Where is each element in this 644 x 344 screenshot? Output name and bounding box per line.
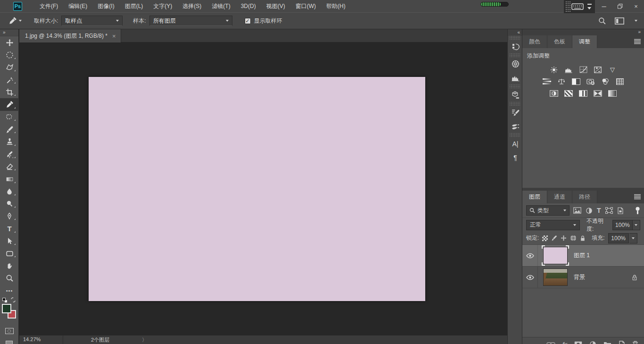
search-icon[interactable] xyxy=(598,17,606,25)
tab-layers[interactable]: 图层 xyxy=(522,191,547,203)
levels-icon[interactable] xyxy=(563,66,574,74)
layer-thumbnail-wrap[interactable] xyxy=(543,247,568,264)
swap-colors-icon[interactable] xyxy=(10,297,16,302)
healing-brush-tool[interactable] xyxy=(0,111,19,123)
lock-transparency-icon[interactable] xyxy=(542,235,548,241)
filter-type-select[interactable]: 类型 xyxy=(526,205,570,216)
add-mask-icon[interactable] xyxy=(574,341,582,344)
zoom-tool[interactable] xyxy=(0,272,19,285)
workspace-switcher-icon[interactable] xyxy=(615,17,624,25)
menu-3d[interactable]: 3D(D) xyxy=(236,0,261,12)
layer-name[interactable]: 背景 xyxy=(574,273,585,281)
selective-color-icon[interactable] xyxy=(607,89,618,97)
tab-channels[interactable]: 通道 xyxy=(547,191,572,203)
window-close-button[interactable]: × xyxy=(628,0,644,12)
workspace-caret-icon[interactable] xyxy=(635,20,637,22)
window-minimize-button[interactable]: ─ xyxy=(596,0,612,12)
ime-options[interactable] xyxy=(586,4,593,9)
clone-stamp-tool[interactable] xyxy=(0,135,19,148)
invert-icon[interactable] xyxy=(549,89,559,97)
histogram-panel-button[interactable] xyxy=(508,71,523,84)
lock-paint-icon[interactable] xyxy=(551,235,557,241)
3d-panel-button[interactable] xyxy=(508,88,523,102)
lasso-tool[interactable] xyxy=(0,61,19,74)
marquee-tool[interactable] xyxy=(0,49,19,61)
toolbar-expand-button[interactable]: » xyxy=(0,29,18,36)
color-themes-panel-button[interactable] xyxy=(508,57,523,71)
path-selection-tool[interactable] xyxy=(0,235,19,247)
blend-mode-select[interactable]: 正常 xyxy=(526,220,580,230)
menu-type[interactable]: 文字(Y) xyxy=(148,0,177,12)
blur-tool[interactable] xyxy=(0,185,19,198)
layer-name[interactable]: 图层 1 xyxy=(574,252,590,260)
vibrance-icon[interactable]: ▽ xyxy=(607,66,618,74)
dodge-tool[interactable] xyxy=(0,198,19,210)
foreground-color-swatch[interactable] xyxy=(2,304,11,313)
history-brush-tool[interactable] xyxy=(0,148,19,160)
canvas-image[interactable] xyxy=(89,77,425,301)
eye-icon[interactable] xyxy=(526,253,534,259)
filter-pin-icon[interactable] xyxy=(635,207,640,215)
pixel-layer-filter-icon[interactable] xyxy=(573,207,581,214)
tab-close-icon[interactable]: × xyxy=(112,33,116,40)
brightness-contrast-icon[interactable] xyxy=(549,66,559,74)
color-lookup-icon[interactable] xyxy=(615,77,625,85)
edit-toolbar-button[interactable]: ••• xyxy=(0,285,19,297)
panel-collapse-button[interactable]: » xyxy=(522,29,644,35)
zoom-level-field[interactable]: 14.27% xyxy=(23,336,60,342)
threshold-icon[interactable] xyxy=(578,89,588,97)
menu-select[interactable]: 选择(S) xyxy=(177,0,206,12)
tab-paths[interactable]: 路径 xyxy=(572,191,597,203)
history-panel-button[interactable] xyxy=(508,40,523,53)
ime-caret-icon[interactable] xyxy=(587,7,591,9)
status-options-chevron[interactable]: 〉 xyxy=(142,336,147,344)
adjustment-layer-filter-icon[interactable] xyxy=(586,207,593,214)
lock-artboard-icon[interactable] xyxy=(570,235,577,241)
brushes-panel-button[interactable] xyxy=(508,119,523,133)
color-balance-icon[interactable] xyxy=(556,77,567,85)
keyboard-icon[interactable] xyxy=(571,3,584,10)
new-adjustment-layer-icon[interactable] xyxy=(589,341,596,344)
menu-layer[interactable]: 图层(L) xyxy=(120,0,149,12)
hand-tool[interactable] xyxy=(0,260,19,272)
channel-mixer-icon[interactable] xyxy=(600,77,611,85)
ime-minimize-icon[interactable] xyxy=(587,4,592,5)
opacity-caret-button[interactable] xyxy=(633,220,640,230)
exposure-icon[interactable] xyxy=(593,66,603,74)
type-layer-filter-icon[interactable]: T xyxy=(597,207,601,214)
magic-wand-tool[interactable] xyxy=(0,74,19,86)
gradient-tool[interactable] xyxy=(0,173,19,185)
lock-move-icon[interactable] xyxy=(561,235,567,241)
dock-collapse-button[interactable]: « xyxy=(508,29,522,36)
dock-group-handle[interactable] xyxy=(510,84,520,88)
new-group-icon[interactable] xyxy=(603,341,611,344)
menu-edit[interactable]: 编辑(E) xyxy=(63,0,92,12)
shape-layer-filter-icon[interactable] xyxy=(605,207,613,214)
tab-swatches[interactable]: 色板 xyxy=(547,35,572,48)
quick-mask-button[interactable] xyxy=(5,328,14,334)
brush-settings-panel-button[interactable] xyxy=(508,106,523,119)
menu-file[interactable]: 文件(F) xyxy=(34,0,63,12)
document-tab[interactable]: 1.jpg @ 14.3% (图层 1, RGB/8) * × xyxy=(19,29,121,42)
menu-view[interactable]: 视图(V) xyxy=(261,0,290,12)
layer1-thumbnail[interactable] xyxy=(543,247,568,264)
fill-field[interactable]: 100% xyxy=(608,233,629,243)
current-tool-preset[interactable] xyxy=(7,15,24,26)
brush-tool[interactable] xyxy=(0,123,19,135)
visibility-cell[interactable] xyxy=(522,267,538,288)
new-layer-icon[interactable] xyxy=(619,341,625,344)
delete-layer-icon[interactable] xyxy=(632,341,638,344)
dock-group-handle[interactable] xyxy=(510,102,520,106)
fill-caret-button[interactable] xyxy=(629,233,637,243)
move-tool[interactable] xyxy=(0,36,19,49)
canvas-viewport[interactable] xyxy=(19,42,507,335)
visibility-cell[interactable] xyxy=(522,245,538,266)
tab-color[interactable]: 颜色 xyxy=(522,35,547,48)
layer-row-background[interactable]: 背景 xyxy=(522,267,644,288)
menu-image[interactable]: 图像(I) xyxy=(92,0,119,12)
menu-window[interactable]: 窗口(W) xyxy=(290,0,321,12)
eye-icon[interactable] xyxy=(526,275,534,280)
lock-all-icon[interactable] xyxy=(580,235,586,242)
layer-style-icon[interactable]: fx xyxy=(562,341,567,344)
dock-group-handle[interactable] xyxy=(510,36,520,40)
